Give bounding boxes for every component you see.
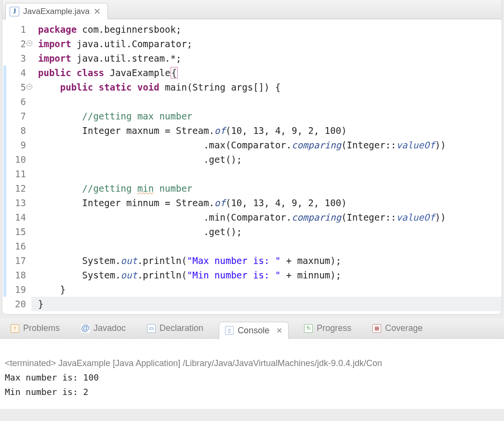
coverage-icon: ▦ — [372, 324, 381, 333]
close-icon[interactable]: ✕ — [276, 326, 282, 335]
tab-coverage[interactable]: ▦ Coverage — [367, 321, 428, 335]
tab-javadoc[interactable]: @ Javadoc — [75, 321, 132, 335]
console-launch-info: <terminated> JavaExample [Java Applicati… — [5, 358, 382, 368]
tab-declaration[interactable]: ▭ Declaration — [141, 321, 209, 335]
bottom-view-tabs: ! Problems @ Javadoc ▭ Declaration ▯ Con… — [0, 318, 504, 339]
progress-icon: ↻ — [304, 324, 313, 333]
editor-tab-strip: J JavaExample.java ✕ — [2, 0, 502, 19]
editor-tab-label: JavaExample.java — [23, 7, 90, 16]
console-output-line: Max number is: 100 — [5, 370, 499, 385]
console-icon: ▯ — [225, 326, 234, 335]
tab-label: Declaration — [159, 323, 203, 333]
declaration-icon: ▭ — [147, 324, 156, 333]
tab-label: Coverage — [385, 323, 423, 333]
tab-label: Progress — [317, 323, 351, 333]
line-number-gutter: 12−345−67891011121314151617181920 — [2, 22, 31, 311]
editor-tab[interactable]: J JavaExample.java ✕ — [5, 3, 108, 19]
java-file-icon: J — [10, 7, 19, 16]
tab-label: Console — [238, 326, 269, 336]
console-view[interactable]: <terminated> JavaExample [Java Applicati… — [0, 339, 504, 409]
close-icon[interactable]: ✕ — [93, 6, 101, 17]
tab-label: Problems — [23, 323, 60, 333]
console-output-line: Min number is: 2 — [5, 385, 499, 399]
tab-progress[interactable]: ↻ Progress — [298, 321, 357, 335]
code-editor[interactable]: 12−345−67891011121314151617181920 packag… — [2, 19, 502, 314]
tab-label: Javadoc — [93, 323, 126, 333]
code-content[interactable]: package com.beginnersbook;import java.ut… — [31, 22, 502, 311]
javadoc-icon: @ — [81, 324, 90, 333]
tab-console[interactable]: ▯ Console ✕ — [219, 322, 289, 339]
problems-icon: ! — [11, 324, 19, 333]
tab-problems[interactable]: ! Problems — [5, 321, 66, 335]
editor-pane: J JavaExample.java ✕ 12−345−678910111213… — [2, 0, 502, 315]
